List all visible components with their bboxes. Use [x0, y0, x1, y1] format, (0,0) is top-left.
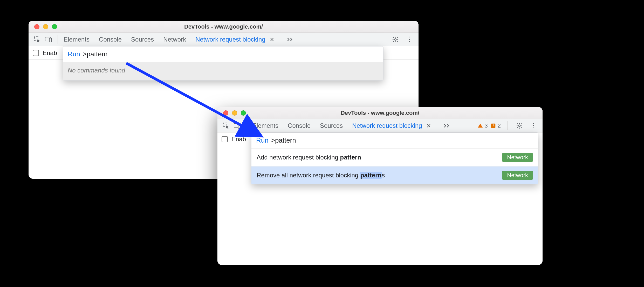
svg-point-10: [519, 125, 520, 126]
devtools-toolbar: Elements Console Sources Network request…: [217, 119, 543, 132]
enable-label: Enab: [43, 49, 57, 57]
tab-label: Network request blocking: [352, 122, 422, 129]
tab-elements[interactable]: Elements: [64, 36, 90, 43]
run-prefix: Run: [256, 136, 269, 144]
svg-rect-6: [238, 124, 241, 128]
category-pill: Network: [502, 153, 533, 162]
more-menu-icon[interactable]: ⋮: [405, 35, 414, 44]
titlebar: DevTools - www.google.com/: [29, 21, 419, 33]
panel-tabs: Elements Console Sources Network request…: [251, 122, 476, 129]
more-tabs-icon[interactable]: [287, 36, 293, 43]
device-toolbar-icon[interactable]: [232, 121, 242, 131]
device-toolbar-icon[interactable]: [44, 35, 53, 44]
command-palette: Run >pattern No commands found: [63, 46, 383, 81]
svg-rect-2: [49, 38, 52, 42]
tab-sources[interactable]: Sources: [131, 36, 154, 43]
window-title: DevTools - www.google.com/: [217, 110, 543, 116]
inspect-element-icon[interactable]: [221, 121, 231, 131]
toolbar-right: ⋮: [390, 35, 416, 44]
tab-label: Network request blocking: [195, 36, 265, 43]
run-prefix: Run: [68, 50, 80, 58]
command-palette-empty: No commands found: [63, 62, 383, 80]
toolbar-right: 3 2 ⋮: [477, 121, 540, 131]
command-palette-input-row[interactable]: Run >pattern: [251, 133, 538, 148]
warnings-badge[interactable]: 3: [477, 122, 488, 129]
warnings-count: 3: [485, 122, 488, 129]
separator: [58, 35, 58, 44]
tab-console[interactable]: Console: [288, 122, 311, 129]
query-text: >pattern: [271, 136, 296, 144]
tab-network[interactable]: Network: [163, 36, 186, 43]
minimize-window-button[interactable]: [43, 24, 48, 29]
more-tabs-icon[interactable]: [443, 122, 450, 129]
tab-network-request-blocking[interactable]: Network request blocking ✕: [195, 36, 274, 43]
command-text: Add network request blocking pattern: [257, 154, 361, 161]
titlebar: DevTools - www.google.com/: [217, 107, 543, 119]
devtools-toolbar: Elements Console Sources Network Network…: [29, 33, 419, 46]
separator: [508, 121, 508, 130]
svg-point-3: [395, 38, 396, 40]
window-title: DevTools - www.google.com/: [29, 23, 419, 30]
close-tab-icon[interactable]: ✕: [426, 123, 431, 129]
command-palette-item[interactable]: Add network request blocking pattern Net…: [251, 148, 538, 166]
category-pill: Network: [502, 171, 533, 180]
tab-elements[interactable]: Elements: [252, 122, 278, 129]
command-palette-item-selected[interactable]: Remove all network request blocking patt…: [251, 166, 538, 184]
issues-count: 2: [498, 122, 501, 129]
tab-console[interactable]: Console: [99, 36, 122, 43]
settings-icon[interactable]: [515, 121, 524, 131]
enable-checkbox[interactable]: [222, 136, 228, 142]
devtools-window-b: DevTools - www.google.com/ Elements Cons…: [217, 107, 543, 265]
command-text: Remove all network request blocking patt…: [257, 172, 385, 179]
svg-rect-8: [493, 124, 494, 126]
minimize-window-button[interactable]: [232, 110, 237, 116]
close-window-button[interactable]: [223, 110, 228, 116]
query-text: >pattern: [83, 50, 108, 58]
tab-network-request-blocking[interactable]: Network request blocking ✕: [352, 122, 431, 129]
more-menu-icon[interactable]: ⋮: [529, 121, 538, 131]
issues-badge[interactable]: 2: [490, 122, 501, 129]
close-window-button[interactable]: [34, 24, 39, 29]
separator: [246, 121, 247, 130]
traffic-lights: [29, 24, 57, 29]
tab-sources[interactable]: Sources: [320, 122, 343, 129]
settings-icon[interactable]: [390, 35, 400, 44]
zoom-window-button[interactable]: [241, 110, 246, 116]
enable-checkbox[interactable]: [33, 50, 39, 56]
zoom-window-button[interactable]: [52, 24, 57, 29]
command-palette: Run >pattern Add network request blockin…: [251, 132, 538, 184]
svg-rect-9: [493, 126, 494, 127]
issue-badges[interactable]: 3 2: [477, 122, 501, 129]
command-palette-input-row[interactable]: Run >pattern: [63, 46, 383, 62]
enable-label: Enab: [231, 136, 246, 143]
panel-tabs: Elements Console Sources Network Network…: [62, 36, 389, 43]
inspect-element-icon[interactable]: [32, 35, 42, 44]
traffic-lights: [217, 110, 246, 116]
close-tab-icon[interactable]: ✕: [270, 36, 274, 43]
